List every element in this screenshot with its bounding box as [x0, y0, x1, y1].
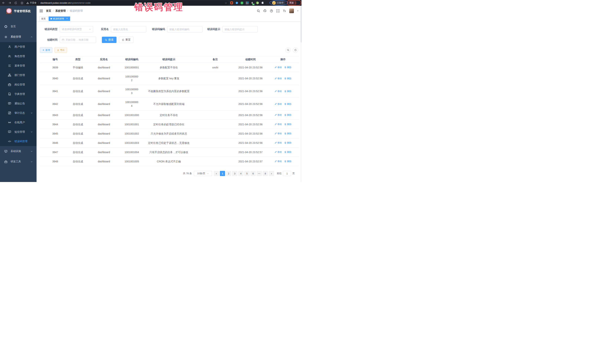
- pager-page-8[interactable]: 8: [263, 171, 268, 176]
- pager-page-4[interactable]: 4: [238, 171, 244, 176]
- extension-green-icon[interactable]: V: [241, 1, 244, 4]
- pager-next-button[interactable]: ›: [269, 171, 274, 176]
- pager-page-2[interactable]: 2: [226, 171, 231, 176]
- sidebar-item-9[interactable]: 审计日志: [0, 108, 36, 118]
- export-button[interactable]: 导出: [55, 47, 67, 53]
- delete-link[interactable]: 删除: [284, 77, 291, 80]
- cell-remark: [197, 72, 234, 85]
- address-bar[interactable]: 不安全 dashboard.yudao.iocoder.cn/system/er…: [24, 1, 229, 5]
- edit-link[interactable]: 修改: [275, 89, 282, 93]
- date-range-picker[interactable]: 开始日期 - 结束日期: [60, 37, 96, 43]
- user-avatar[interactable]: [289, 9, 294, 13]
- refresh-table-button[interactable]: [293, 47, 298, 53]
- extension-key-icon[interactable]: [256, 1, 259, 4]
- reload-icon[interactable]: [14, 1, 17, 5]
- sidebar-item-12[interactable]: </>错误码管理: [0, 137, 36, 146]
- app-name-input[interactable]: [113, 28, 144, 31]
- pagination-total: 共 76 条: [183, 172, 192, 175]
- delete-link[interactable]: 删除: [284, 150, 291, 154]
- code-input[interactable]: [169, 28, 200, 31]
- cell-time: 2021-04-20 23:52:56: [234, 110, 267, 120]
- hint-input[interactable]: [224, 28, 256, 31]
- scrollbar-thumb[interactable]: [301, 1, 302, 43]
- breadcrumb-home[interactable]: 首页: [46, 9, 51, 13]
- edit-link[interactable]: 修改: [275, 159, 282, 163]
- delete-link[interactable]: 删除: [284, 113, 291, 117]
- extension-ublock-icon[interactable]: [230, 1, 233, 4]
- sidebar-item-14[interactable]: 研发工具: [0, 156, 36, 167]
- edit-link[interactable]: 修改: [275, 66, 282, 69]
- browser-update-button[interactable]: 更新: [288, 0, 297, 5]
- sidebar-item-11[interactable]: 短信管理: [0, 127, 36, 137]
- pager-page-5[interactable]: 5: [244, 171, 250, 176]
- page-size-select[interactable]: 10条/页: [194, 171, 212, 176]
- extensions-puzzle-icon[interactable]: [261, 1, 264, 4]
- add-button[interactable]: 新增: [40, 47, 52, 53]
- error-type-select[interactable]: 请选择错误码类型: [60, 26, 93, 33]
- browser-menu-kebab-icon[interactable]: [295, 2, 296, 4]
- edit-link[interactable]: 修改: [275, 141, 282, 144]
- sidebar-item-4[interactable]: 菜单管理: [0, 61, 36, 70]
- font-size-icon[interactable]: [283, 9, 286, 13]
- pager-more-button[interactable]: •••: [257, 171, 262, 176]
- reset-button[interactable]: 重置: [119, 37, 134, 43]
- extension-grid-icon[interactable]: [245, 1, 249, 4]
- tag-close-icon[interactable]: ×: [66, 17, 68, 20]
- sidebar-logo[interactable]: 芋道管理系统: [0, 6, 36, 16]
- search-button[interactable]: 搜索: [102, 37, 116, 43]
- cell-remark: [197, 147, 234, 157]
- sidebar-item-5[interactable]: 部门管理: [0, 70, 36, 80]
- forward-icon[interactable]: [8, 1, 11, 5]
- toggle-search-button[interactable]: [285, 47, 291, 53]
- edit-link[interactable]: 修改: [275, 113, 282, 117]
- home-icon[interactable]: [20, 1, 23, 5]
- delete-link[interactable]: 删除: [284, 159, 291, 163]
- delete-link[interactable]: 删除: [284, 66, 291, 69]
- security-chip[interactable]: 不安全: [26, 1, 36, 4]
- tag-error-code[interactable]: 错误码管理 ×: [49, 16, 70, 21]
- pager-page-6[interactable]: 6: [251, 171, 256, 176]
- browser-profile-chip[interactable]: 已暂停: [272, 0, 285, 5]
- breadcrumb-system[interactable]: 系统管理: [55, 9, 66, 13]
- delete-link[interactable]: 删除: [284, 102, 291, 106]
- tag-home[interactable]: 首页: [39, 16, 47, 21]
- delete-link[interactable]: 删除: [284, 122, 291, 126]
- delete-link[interactable]: 删除: [284, 89, 291, 93]
- sidebar-item-8[interactable]: 通知公告: [0, 99, 36, 108]
- menu-list-icon: [8, 64, 11, 67]
- extension-tampermonkey-icon[interactable]: on: [251, 1, 254, 4]
- sidebar-item-13[interactable]: 基础设施: [0, 146, 36, 156]
- edit-link[interactable]: 修改: [275, 122, 282, 126]
- sidebar-item-6[interactable]: 岗位管理: [0, 80, 36, 89]
- edit-link[interactable]: 修改: [275, 132, 282, 135]
- header-search-icon[interactable]: [257, 9, 260, 13]
- cell-type: 自动生成: [70, 157, 85, 166]
- cell-id: 3942: [40, 98, 70, 110]
- sidebar-item-2[interactable]: 用户管理: [0, 42, 36, 52]
- bookmark-star-icon[interactable]: ☆: [225, 2, 227, 4]
- sidebar-item-0[interactable]: 首页: [0, 21, 36, 32]
- fullscreen-icon[interactable]: [276, 9, 280, 13]
- delete-link[interactable]: 删除: [284, 141, 291, 144]
- cell-remark: [197, 138, 234, 147]
- pager-page-1[interactable]: 1: [220, 171, 225, 176]
- sidebar-item-1[interactable]: 系统管理: [0, 32, 36, 42]
- extension-pin-icon[interactable]: [235, 1, 238, 4]
- url-text[interactable]: dashboard.yudao.iocoder.cn/system/error-…: [40, 2, 91, 4]
- edit-link[interactable]: 修改: [275, 102, 282, 106]
- edit-link[interactable]: 修改: [275, 150, 282, 154]
- goto-page-input[interactable]: [283, 171, 291, 176]
- page-scrollbar[interactable]: [301, 0, 302, 182]
- avatar-caret-icon[interactable]: [297, 11, 299, 12]
- edit-link[interactable]: 修改: [275, 77, 282, 80]
- sidebar-item-10[interactable]: 在线用户: [0, 118, 36, 127]
- pager-page-3[interactable]: 3: [232, 171, 237, 176]
- pager-prev-button[interactable]: ‹: [214, 171, 219, 176]
- delete-link[interactable]: 删除: [284, 132, 291, 135]
- sidebar-item-3[interactable]: 角色管理: [0, 52, 36, 61]
- back-icon[interactable]: [2, 1, 5, 5]
- sidebar-item-7[interactable]: 字典管理: [0, 89, 36, 99]
- help-icon[interactable]: [270, 9, 273, 13]
- hamburger-icon[interactable]: [39, 9, 43, 13]
- github-icon[interactable]: [263, 9, 267, 13]
